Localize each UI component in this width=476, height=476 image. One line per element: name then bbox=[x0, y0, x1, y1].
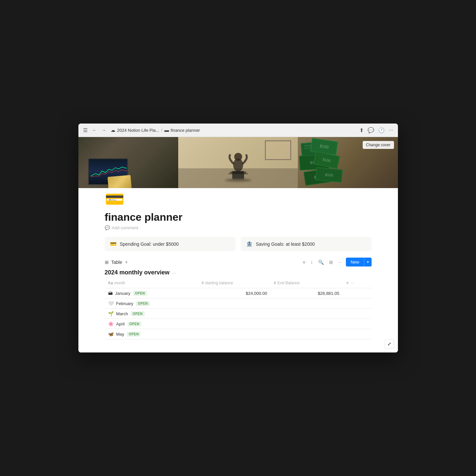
row-name: April bbox=[116, 322, 125, 326]
spending-goal-box[interactable]: 💳 Spending Goal: under $5000 bbox=[105, 237, 236, 251]
hash-icon-1: # bbox=[202, 281, 204, 285]
change-cover-button[interactable]: Change cover bbox=[363, 141, 394, 149]
month-cell-january[interactable]: 🏔 January OPEN bbox=[105, 288, 199, 298]
back-button[interactable]: ← bbox=[91, 127, 98, 133]
group-button[interactable]: ⊞ bbox=[328, 258, 334, 266]
breadcrumb-current-label[interactable]: finance planner bbox=[171, 128, 200, 133]
cover-panel-person bbox=[178, 137, 298, 188]
row-emoji: 🤍 bbox=[108, 301, 114, 306]
table-header-row: Aa month # starting balance bbox=[105, 278, 372, 288]
comment-icon: 💬 bbox=[105, 225, 110, 230]
row-emoji: 🏔 bbox=[108, 291, 113, 296]
row-actions-march bbox=[343, 309, 372, 319]
status-badge: OPEN bbox=[136, 301, 150, 306]
table-view-label[interactable]: Table bbox=[111, 260, 122, 265]
saving-goal-icon: 🏦 bbox=[246, 241, 253, 247]
table-toolbar: ⊞ Table + ≡ ↕ 🔍 ⊞ ··· New ▾ bbox=[105, 258, 372, 266]
status-badge: OPEN bbox=[127, 322, 141, 326]
page-breadcrumb-icon: ▬ bbox=[164, 127, 169, 133]
starting-balance-february[interactable] bbox=[198, 298, 270, 309]
saving-goal-box[interactable]: 🏦 Saving Goals: at least $2000 bbox=[241, 237, 372, 251]
new-record-button[interactable]: New bbox=[346, 258, 364, 266]
starting-balance-january[interactable]: $24,000.00 bbox=[198, 288, 270, 298]
column-header-starting-balance[interactable]: # starting balance bbox=[198, 278, 270, 288]
browser-action-buttons: ⬆ 💬 🕐 ··· bbox=[359, 127, 393, 133]
expand-button[interactable]: ⤢ bbox=[385, 339, 394, 349]
column-header-actions: + ··· bbox=[343, 278, 372, 288]
row-name: March bbox=[116, 311, 128, 316]
table-row[interactable]: 🌱 March OPEN bbox=[105, 309, 372, 319]
svg-rect-5 bbox=[232, 178, 244, 180]
table-more-button[interactable]: ··· bbox=[172, 270, 176, 275]
month-col-label: month bbox=[114, 281, 125, 285]
table-title: 2024 monthly overview bbox=[105, 269, 170, 276]
column-header-end-balance[interactable]: # End Balance bbox=[270, 278, 343, 288]
spending-goal-label: Spending Goal: under $5000 bbox=[120, 241, 179, 247]
nav-arrows: ← → bbox=[91, 127, 107, 133]
end-balance-january[interactable]: $26,881.05 bbox=[270, 288, 343, 298]
status-badge: OPEN bbox=[133, 291, 147, 296]
breadcrumb-current-page: ▬ finance planner bbox=[164, 127, 200, 133]
history-button[interactable]: 🕐 bbox=[378, 127, 385, 133]
page-content: 💳 finance planner 💬 Add comment 💳 Spendi… bbox=[78, 188, 398, 352]
table-row[interactable]: 🤍 February OPEN bbox=[105, 298, 372, 309]
forward-button[interactable]: → bbox=[100, 127, 107, 133]
filter-button[interactable]: ≡ bbox=[301, 258, 307, 266]
end-balance-february[interactable] bbox=[270, 298, 343, 309]
more-button[interactable]: ··· bbox=[389, 127, 393, 133]
add-view-button[interactable]: + bbox=[125, 259, 128, 265]
table-section: 2024 monthly overview ··· Aa month bbox=[105, 269, 372, 339]
row-emoji: 🦋 bbox=[108, 331, 114, 337]
sort-button[interactable]: ↕ bbox=[309, 258, 314, 266]
frame-decoration bbox=[265, 140, 291, 160]
breadcrumb: ☁ 2024 Notion Life Pla... / ▬ finance pl… bbox=[111, 127, 356, 133]
end-balance-march[interactable] bbox=[270, 309, 343, 319]
hamburger-icon[interactable]: ☰ bbox=[83, 127, 88, 133]
month-cell-february[interactable]: 🤍 February OPEN bbox=[105, 298, 199, 309]
table-row[interactable]: 🌸 April OPEN bbox=[105, 319, 372, 329]
end-balance-april[interactable] bbox=[270, 319, 343, 329]
add-comment-label: Add comment bbox=[112, 225, 138, 230]
page-title: finance planner bbox=[105, 211, 372, 223]
cloud-icon: ☁ bbox=[111, 127, 115, 133]
row-name: May bbox=[116, 332, 125, 337]
starting-balance-may[interactable] bbox=[198, 329, 270, 339]
share-button[interactable]: ⬆ bbox=[359, 127, 364, 133]
status-badge: OPEN bbox=[131, 311, 145, 316]
month-cell-april[interactable]: 🌸 April OPEN bbox=[105, 319, 199, 329]
new-dropdown-button[interactable]: ▾ bbox=[364, 258, 372, 266]
toolbar-more-button[interactable]: ··· bbox=[337, 258, 344, 266]
page-icon[interactable]: 💳 bbox=[105, 190, 125, 208]
column-more-btn[interactable]: ··· bbox=[351, 281, 354, 285]
page-icon-container: 💳 bbox=[105, 188, 372, 209]
row-actions-april bbox=[343, 319, 372, 329]
hash-icon-2: # bbox=[274, 281, 276, 285]
starting-balance-col-label: starting balance bbox=[205, 281, 233, 285]
row-emoji: 🌸 bbox=[108, 321, 114, 326]
credit-card-decoration bbox=[107, 175, 131, 188]
row-actions-february bbox=[343, 298, 372, 309]
month-cell-march[interactable]: 🌱 March OPEN bbox=[105, 309, 199, 319]
end-balance-col-label: End Balance bbox=[277, 281, 300, 285]
add-comment-button[interactable]: 💬 Add comment bbox=[105, 225, 372, 230]
add-column-button[interactable]: + bbox=[346, 280, 349, 286]
cover-panel-trading bbox=[78, 137, 178, 188]
column-header-month[interactable]: Aa month bbox=[105, 278, 199, 288]
goals-row: 💳 Spending Goal: under $5000 🏦 Saving Go… bbox=[105, 237, 372, 251]
end-balance-may[interactable] bbox=[270, 329, 343, 339]
status-badge: OPEN bbox=[127, 332, 141, 337]
table-row[interactable]: 🦋 May OPEN bbox=[105, 329, 372, 339]
table-row[interactable]: 🏔 January OPEN $24,000.00$26,881.05 bbox=[105, 288, 372, 298]
row-emoji: 🌱 bbox=[108, 311, 114, 316]
starting-balance-april[interactable] bbox=[198, 319, 270, 329]
row-actions-january bbox=[343, 288, 372, 298]
search-button[interactable]: 🔍 bbox=[317, 258, 325, 266]
aa-label: Aa bbox=[108, 281, 113, 285]
month-cell-may[interactable]: 🦋 May OPEN bbox=[105, 329, 199, 339]
spending-goal-icon: 💳 bbox=[110, 241, 117, 247]
breadcrumb-parent[interactable]: 2024 Notion Life Pla... bbox=[117, 128, 159, 133]
browser-chrome: ☰ ← → ☁ 2024 Notion Life Pla... / ▬ fina… bbox=[78, 124, 398, 137]
table-view-icon: ⊞ bbox=[105, 260, 109, 265]
comment-button[interactable]: 💬 bbox=[368, 127, 374, 133]
starting-balance-march[interactable] bbox=[198, 309, 270, 319]
